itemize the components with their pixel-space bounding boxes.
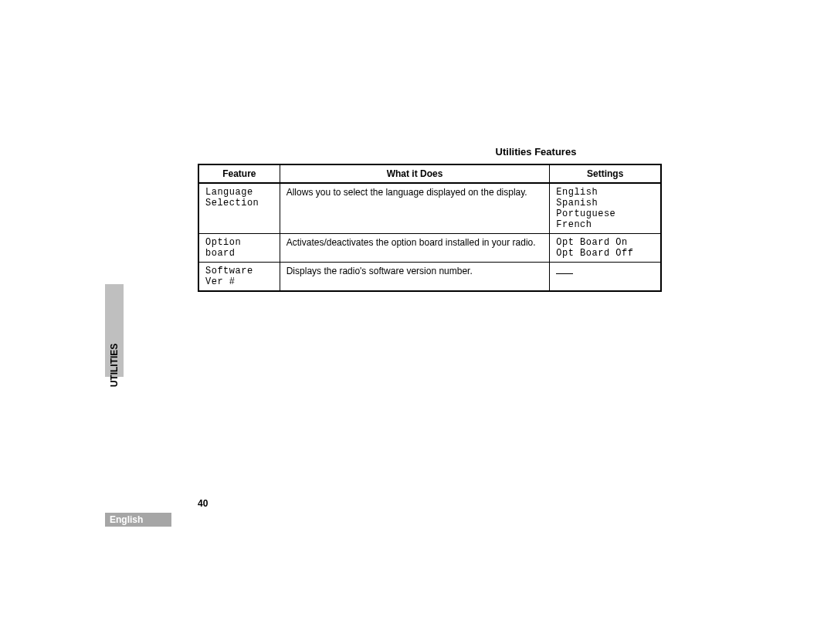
- language-bar: English: [105, 513, 171, 527]
- cell-desc: Displays the radio's software version nu…: [280, 263, 550, 292]
- table-row: Option board Activates/deactivates the o…: [198, 234, 661, 263]
- page-number: 40: [198, 498, 208, 509]
- header-desc: What it Does: [280, 164, 550, 183]
- cell-settings: Opt Board On Opt Board Off: [550, 234, 661, 263]
- header-settings: Settings: [550, 164, 661, 183]
- cell-settings: English Spanish Portuguese French: [550, 183, 661, 234]
- table-header-row: Feature What it Does Settings: [198, 164, 661, 183]
- page-title: Utilities Features: [381, 146, 690, 158]
- cell-feature: Language Selection: [198, 183, 280, 234]
- dash-icon: [556, 273, 573, 274]
- cell-settings-empty: [550, 263, 661, 292]
- cell-desc: Activates/deactivates the option board i…: [280, 234, 550, 263]
- side-tab-label: UTILITIES: [109, 344, 120, 388]
- utilities-features-table: Feature What it Does Settings Language S…: [198, 164, 662, 292]
- cell-feature: Software Ver #: [198, 263, 280, 292]
- table-row: Language Selection Allows you to select …: [198, 183, 661, 234]
- side-tab: UTILITIES: [105, 284, 124, 377]
- table-row: Software Ver # Displays the radio's soft…: [198, 263, 661, 292]
- header-feature: Feature: [198, 164, 280, 183]
- cell-desc: Allows you to select the language displa…: [280, 183, 550, 234]
- cell-feature: Option board: [198, 234, 280, 263]
